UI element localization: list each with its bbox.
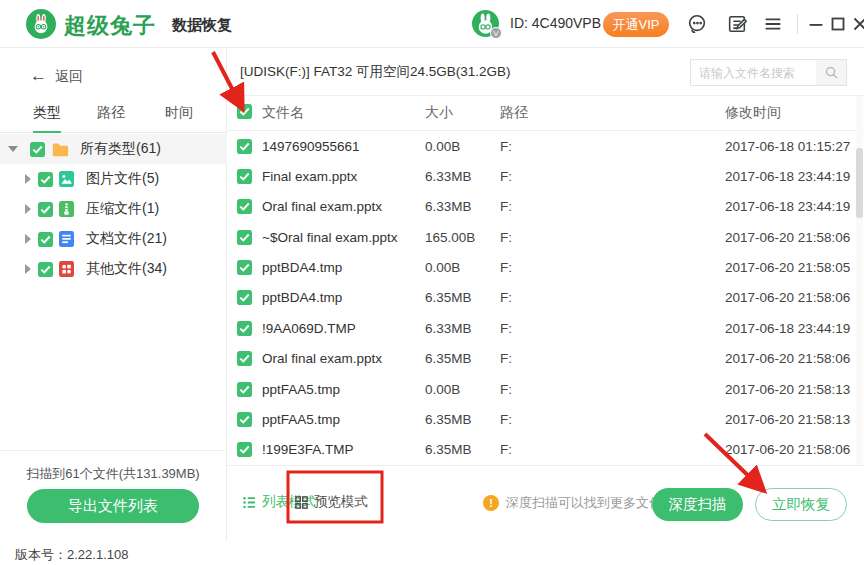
- tab-type[interactable]: 类型: [33, 104, 61, 133]
- checkbox-checked[interactable]: [237, 260, 252, 275]
- checkbox-checked[interactable]: [237, 139, 252, 154]
- checkbox-checked[interactable]: [237, 230, 252, 245]
- file-modified: 2017-06-20 21:58:05: [725, 260, 864, 275]
- sidebar-tabs: 类型 路径 时间: [0, 100, 227, 133]
- search-icon[interactable]: [816, 60, 846, 85]
- scrollbar-track[interactable]: [856, 96, 863, 465]
- column-path[interactable]: 路径: [500, 104, 725, 122]
- column-name[interactable]: 文件名: [262, 104, 425, 122]
- tree-item[interactable]: 压缩文件(1): [0, 194, 227, 224]
- checkbox-checked[interactable]: [237, 290, 252, 305]
- scan-summary: 扫描到61个文件(共131.39MB): [0, 465, 226, 483]
- file-name: pptBDA4.tmp: [262, 260, 425, 275]
- file-row[interactable]: 14976909556610.00BF:2017-06-18 01:15:27: [227, 131, 864, 161]
- drive-info-bar: [UDISK(F:)] FAT32 可用空间24.5GB(31.2GB): [227, 48, 864, 96]
- tree-item[interactable]: 所有类型(61): [0, 134, 227, 164]
- file-row[interactable]: ~$Oral final exam.pptx165.00BF:2017-06-2…: [227, 222, 864, 252]
- file-row[interactable]: pptBDA4.tmp6.35MBF:2017-06-20 21:58:06: [227, 283, 864, 313]
- menu-icon[interactable]: [762, 13, 784, 35]
- file-type-tree: 所有类型(61)图片文件(5)压缩文件(1)文档文件(21)其他文件(34): [0, 134, 227, 284]
- file-row[interactable]: Oral final exam.pptx6.35MBF:2017-06-20 2…: [227, 344, 864, 374]
- file-size: 6.35MB: [425, 290, 500, 305]
- back-arrow-icon: ←: [30, 66, 47, 85]
- checkbox-checked[interactable]: [237, 321, 252, 336]
- product-title: 数据恢复: [172, 16, 232, 35]
- file-path: F:: [500, 139, 725, 154]
- caret-right-icon[interactable]: [25, 234, 31, 244]
- tree-item[interactable]: 文档文件(21): [0, 224, 227, 254]
- file-name: !9AA069D.TMP: [262, 321, 425, 336]
- preview-mode-button[interactable]: 预览模式: [294, 493, 368, 511]
- file-row[interactable]: !199E3FA.TMP6.35MBF:2017-06-20 21:58:06: [227, 435, 864, 465]
- file-name: Oral final exam.pptx: [262, 351, 425, 366]
- checkbox-checked[interactable]: [38, 232, 53, 247]
- maximize-button[interactable]: [827, 13, 849, 35]
- tab-path[interactable]: 路径: [97, 104, 125, 131]
- tab-time[interactable]: 时间: [165, 104, 193, 131]
- checkbox-checked[interactable]: [237, 442, 252, 457]
- file-row[interactable]: Oral final exam.pptx6.33MBF:2017-06-18 2…: [227, 192, 864, 222]
- file-size: 6.33MB: [425, 169, 500, 184]
- app-logo-rabbit-icon: [26, 9, 56, 39]
- file-size: 6.35MB: [425, 442, 500, 457]
- file-modified: 2017-06-20 21:58:06: [725, 290, 864, 305]
- checkbox-checked[interactable]: [237, 104, 252, 119]
- file-name: pptBDA4.tmp: [262, 290, 425, 305]
- caret-down-icon[interactable]: [8, 146, 18, 152]
- checkbox-checked[interactable]: [237, 412, 252, 427]
- checkbox-checked[interactable]: [30, 142, 45, 157]
- file-row[interactable]: Final exam.pptx6.33MBF:2017-06-18 23:44:…: [227, 161, 864, 191]
- file-modified: 2017-06-18 23:44:19: [725, 199, 864, 214]
- select-all-checkbox[interactable]: [237, 104, 262, 122]
- file-name: Oral final exam.pptx: [262, 199, 425, 214]
- recover-now-button[interactable]: 立即恢复: [755, 488, 847, 521]
- checkbox-checked[interactable]: [237, 199, 252, 214]
- checkbox-checked[interactable]: [237, 382, 252, 397]
- deep-scan-button[interactable]: 深度扫描: [652, 488, 743, 521]
- checkbox-checked[interactable]: [38, 262, 53, 277]
- file-row[interactable]: !9AA069D.TMP6.33MBF:2017-06-18 23:44:19: [227, 313, 864, 343]
- minimize-button[interactable]: [805, 13, 827, 35]
- file-path: F:: [500, 290, 725, 305]
- checkbox-checked[interactable]: [38, 172, 53, 187]
- tree-item[interactable]: 其他文件(34): [0, 254, 227, 284]
- table-header: 文件名 大小 路径 修改时间: [227, 96, 864, 131]
- file-size: 0.00B: [425, 139, 500, 154]
- file-name: !199E3FA.TMP: [262, 442, 425, 457]
- file-row[interactable]: pptFAA5.tmp0.00BF:2017-06-20 21:58:13: [227, 374, 864, 404]
- file-name: pptFAA5.tmp: [262, 412, 425, 427]
- feedback-icon[interactable]: [726, 13, 748, 35]
- file-row[interactable]: pptFAA5.tmp6.35MBF:2017-06-20 21:58:13: [227, 404, 864, 434]
- file-modified: 2017-06-20 21:58:13: [725, 382, 864, 397]
- caret-right-icon[interactable]: [25, 264, 31, 274]
- image-file-icon: [59, 171, 74, 187]
- tree-item-label: 压缩文件(1): [86, 200, 159, 218]
- file-row[interactable]: pptBDA4.tmp0.00BF:2017-06-20 21:58:05: [227, 252, 864, 282]
- checkbox-checked[interactable]: [237, 351, 252, 366]
- preview-mode-icon: [294, 495, 309, 510]
- file-name: 1497690955661: [262, 139, 425, 154]
- column-modified[interactable]: 修改时间: [725, 104, 864, 122]
- file-modified: 2017-06-20 21:58:06: [725, 230, 864, 245]
- caret-right-icon[interactable]: [25, 174, 31, 184]
- tree-item-label: 文档文件(21): [86, 230, 167, 248]
- export-file-list-button[interactable]: 导出文件列表: [27, 489, 199, 523]
- close-button[interactable]: [849, 13, 864, 35]
- scrollbar-thumb[interactable]: [856, 148, 863, 218]
- back-button[interactable]: ←返回: [30, 66, 83, 86]
- open-vip-button[interactable]: 开通VIP: [603, 12, 669, 37]
- caret-right-icon[interactable]: [25, 204, 31, 214]
- user-avatar[interactable]: V: [472, 10, 499, 37]
- zip-file-icon: [59, 201, 74, 217]
- file-name: pptFAA5.tmp: [262, 382, 425, 397]
- file-path: F:: [500, 321, 725, 336]
- document-file-icon: [59, 231, 74, 247]
- brand-title: 超级兔子: [64, 11, 156, 41]
- checkbox-checked[interactable]: [237, 169, 252, 184]
- search-input[interactable]: [691, 60, 816, 85]
- file-modified: 2017-06-18 01:15:27: [725, 139, 864, 154]
- customer-service-icon[interactable]: [686, 13, 708, 35]
- column-size[interactable]: 大小: [425, 104, 500, 122]
- tree-item[interactable]: 图片文件(5): [0, 164, 227, 194]
- checkbox-checked[interactable]: [38, 202, 53, 217]
